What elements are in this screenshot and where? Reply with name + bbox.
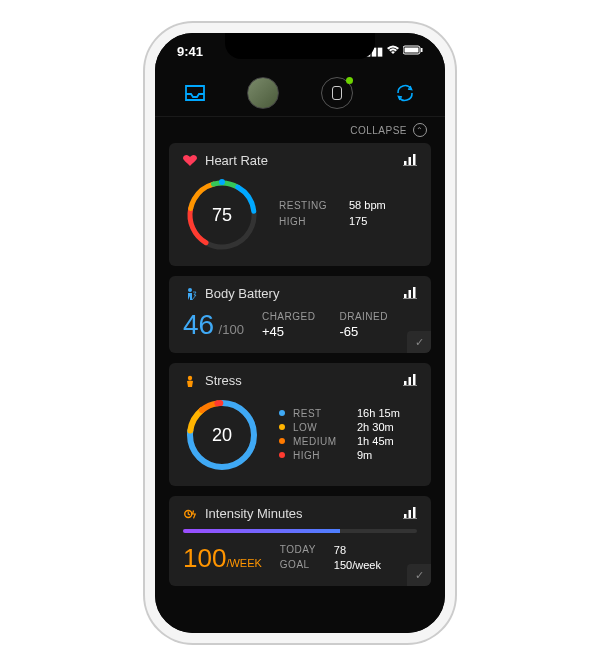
svg-rect-29 bbox=[409, 510, 412, 518]
today-label: TODAY bbox=[280, 544, 334, 555]
legend-high: HIGH 9m bbox=[279, 449, 417, 461]
svg-rect-4 bbox=[409, 157, 412, 165]
cards-container: Heart Rate bbox=[155, 143, 445, 586]
intensity-unit: /WEEK bbox=[226, 557, 261, 569]
body-battery-value: 46 bbox=[183, 309, 214, 340]
heart-rate-ring: 75 bbox=[183, 176, 261, 254]
body-battery-icon bbox=[183, 287, 197, 301]
card-header: Intensity Minutes bbox=[183, 506, 417, 521]
drained-value: -65 bbox=[339, 324, 388, 339]
intensity-progress-bar bbox=[183, 529, 417, 533]
chart-icon[interactable] bbox=[403, 374, 417, 388]
svg-rect-30 bbox=[413, 507, 416, 518]
chart-icon[interactable] bbox=[403, 287, 417, 301]
chevron-up-icon: ⌃ bbox=[413, 123, 427, 137]
collapse-label: COLLAPSE bbox=[350, 125, 407, 136]
svg-rect-28 bbox=[404, 514, 407, 518]
svg-rect-18 bbox=[404, 381, 407, 385]
card-header: Heart Rate bbox=[183, 153, 417, 168]
today-value: 78 bbox=[334, 544, 346, 556]
nav-bar bbox=[155, 69, 445, 117]
svg-rect-3 bbox=[404, 161, 407, 165]
svg-rect-1 bbox=[405, 48, 419, 53]
body-battery-card[interactable]: Body Battery 46 /100 CHARGED +45 bbox=[169, 276, 431, 353]
svg-rect-20 bbox=[413, 374, 416, 385]
body-battery-stats: CHARGED +45 DRAINED -65 bbox=[262, 311, 388, 339]
stress-title: Stress bbox=[205, 373, 242, 388]
high-label: HIGH bbox=[279, 216, 349, 227]
intensity-title: Intensity Minutes bbox=[205, 506, 303, 521]
stress-value: 20 bbox=[212, 425, 232, 446]
body-battery-max: /100 bbox=[219, 322, 244, 337]
high-value: 175 bbox=[349, 215, 367, 227]
body-battery-title: Body Battery bbox=[205, 286, 279, 301]
wifi-icon bbox=[386, 45, 400, 57]
intensity-card[interactable]: Intensity Minutes 100/WEEK TODAY bbox=[169, 496, 431, 586]
svg-rect-15 bbox=[413, 287, 416, 298]
legend-low: LOW 2h 30m bbox=[279, 421, 417, 433]
stress-legend: REST 16h 15m LOW 2h 30m MEDIUM 1h 45m bbox=[279, 407, 417, 463]
heart-rate-value: 75 bbox=[212, 205, 232, 226]
device-status-dot bbox=[346, 77, 353, 84]
resting-value: 58 bpm bbox=[349, 199, 386, 211]
stress-icon bbox=[183, 374, 197, 388]
checkmark-icon[interactable]: ✓ bbox=[407, 331, 431, 353]
collapse-toggle[interactable]: COLLAPSE ⌃ bbox=[155, 117, 445, 143]
inbox-icon[interactable] bbox=[184, 82, 206, 104]
chart-icon[interactable] bbox=[403, 154, 417, 168]
screen: 9:41 ▮▮▮▮ bbox=[155, 33, 445, 633]
stress-card[interactable]: Stress 20 bbox=[169, 363, 431, 486]
stress-ring: 20 bbox=[183, 396, 261, 474]
svg-rect-19 bbox=[409, 377, 412, 385]
device-icon[interactable] bbox=[321, 77, 353, 109]
intensity-stats: TODAY 78 GOAL 150/week bbox=[280, 544, 417, 574]
goal-value: 150/week bbox=[334, 559, 381, 571]
resting-label: RESTING bbox=[279, 200, 349, 211]
heart-icon bbox=[183, 154, 197, 168]
notch bbox=[225, 33, 375, 59]
heart-rate-card[interactable]: Heart Rate bbox=[169, 143, 431, 266]
svg-rect-13 bbox=[404, 294, 407, 298]
drained-label: DRAINED bbox=[339, 311, 388, 322]
svg-rect-2 bbox=[421, 48, 423, 52]
avatar[interactable] bbox=[247, 77, 279, 109]
sync-icon[interactable] bbox=[394, 82, 416, 104]
intensity-icon bbox=[183, 507, 197, 521]
status-time: 9:41 bbox=[177, 44, 203, 59]
card-header: Body Battery bbox=[183, 286, 417, 301]
chart-icon[interactable] bbox=[403, 507, 417, 521]
battery-icon bbox=[403, 45, 423, 57]
card-header: Stress bbox=[183, 373, 417, 388]
intensity-value: 100 bbox=[183, 543, 226, 573]
svg-point-17 bbox=[188, 375, 192, 379]
svg-rect-14 bbox=[409, 290, 412, 298]
heart-rate-stats: RESTING 58 bpm HIGH 175 bbox=[279, 199, 417, 231]
svg-point-12 bbox=[188, 288, 192, 292]
phone-frame: 9:41 ▮▮▮▮ bbox=[145, 23, 455, 643]
svg-rect-5 bbox=[413, 154, 416, 165]
charged-value: +45 bbox=[262, 324, 316, 339]
legend-rest: REST 16h 15m bbox=[279, 407, 417, 419]
goal-label: GOAL bbox=[280, 559, 334, 570]
legend-medium: MEDIUM 1h 45m bbox=[279, 435, 417, 447]
checkmark-icon[interactable]: ✓ bbox=[407, 564, 431, 586]
charged-label: CHARGED bbox=[262, 311, 316, 322]
